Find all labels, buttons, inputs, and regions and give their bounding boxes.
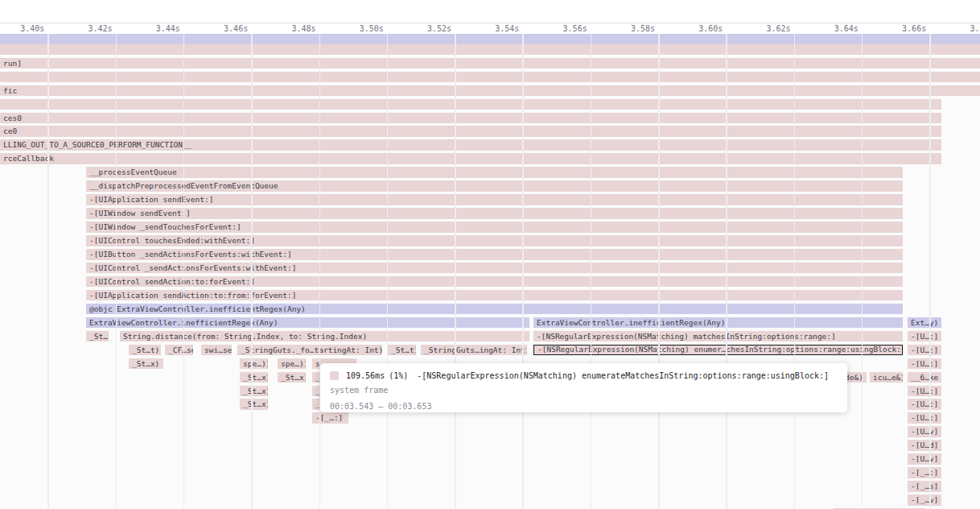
- flame-frame[interactable]: -[_…s]: [908, 481, 941, 492]
- flame-frame[interactable]: -[U…:]: [908, 331, 941, 342]
- flame-frame[interactable]: rceCallback: [0, 153, 941, 164]
- tooltip-percent: (1%): [389, 371, 408, 380]
- gridline: [862, 34, 863, 509]
- flame-frame[interactable]: [0, 72, 980, 83]
- gridline: [522, 34, 524, 509]
- flame-frame[interactable]: -[_…v]: [908, 495, 941, 506]
- flame-frame[interactable]: -[U…:]: [908, 412, 941, 424]
- frame-tooltip: 109.56ms (1%) -[NSRegularExpression(NSMa…: [320, 363, 847, 412]
- flame-frame[interactable]: -[UIButton _sendActionsForEvents:withEve…: [86, 249, 903, 260]
- gridline: [455, 34, 456, 509]
- flame-frame[interactable]: _StringGuts…ingAt: Int): [421, 345, 527, 356]
- flame-frame[interactable]: _St…t): [86, 331, 109, 342]
- flame-frame[interactable]: spe…)): [278, 358, 306, 370]
- flame-frame[interactable]: __processEventQueue: [86, 167, 903, 178]
- gridline: [929, 34, 931, 509]
- gridline: [794, 34, 796, 509]
- flame-frame[interactable]: [0, 44, 980, 56]
- flame-frame[interactable]: _St…x): [240, 372, 268, 383]
- flame-frame[interactable]: _St…t): [129, 345, 161, 356]
- flame-frame[interactable]: __6…ke: [908, 372, 941, 383]
- gridline: [319, 34, 321, 509]
- flame-frame[interactable]: Ext…y): [908, 317, 941, 329]
- tick-label: 3.66s: [902, 24, 926, 33]
- flame-frame[interactable]: _St…x): [240, 399, 268, 410]
- flame-frame[interactable]: [0, 34, 980, 44]
- flame-frame[interactable]: -[U…:]: [908, 386, 941, 397]
- tick-label: 3.40s: [20, 24, 44, 33]
- tooltip-time-range: 00:03.543 — 00:03.653: [330, 402, 838, 414]
- tick-label: 3.62s: [766, 24, 790, 33]
- tick-label: 3.44s: [156, 24, 180, 33]
- tick-label: 3.60s: [698, 24, 723, 33]
- tick-label: 3.42s: [88, 24, 112, 33]
- flame-frame[interactable]: -[UIControl _sendActionsForEvents:withEv…: [86, 263, 903, 274]
- flame-frame[interactable]: -[UIApplication sendAction:to:from:forEv…: [86, 290, 903, 301]
- tick-label: 3.54s: [495, 24, 519, 33]
- tooltip-function-name: -[NSRegularExpression(NSMatching) enumer…: [417, 371, 829, 380]
- flame-frame[interactable]: -[UIApplication sendEvent:]: [86, 194, 903, 205]
- flame-frame[interactable]: @objc ExtraViewController.inefficientReg…: [86, 304, 903, 315]
- flame-frame[interactable]: ExtraViewController.inefficientRegex(Any…: [533, 317, 903, 329]
- tooltip-duration: 109.56ms: [346, 371, 385, 380]
- tooltip-main-line: 109.56ms (1%) -[NSRegularExpression(NSMa…: [330, 370, 838, 382]
- flame-frame[interactable]: spe…)): [240, 358, 268, 370]
- flame-frame[interactable]: -[U…v]: [908, 453, 941, 465]
- category-color-swatch: [330, 371, 339, 380]
- flame-frame[interactable]: _St…x): [278, 372, 306, 383]
- flame-frame[interactable]: _CF…se: [165, 345, 193, 356]
- flame-frame[interactable]: fic: [0, 85, 980, 97]
- gridline: [726, 34, 727, 509]
- flame-chart: run]ficces0ce0LLING_OUT_TO_A_SOURCE0_PER…: [0, 0, 980, 509]
- flame-frame[interactable]: -[_…:]: [908, 467, 941, 478]
- flame-frame[interactable]: -[_…:]: [312, 412, 348, 424]
- flame-frame[interactable]: String.distance(from: String.Index, to: …: [120, 331, 529, 342]
- flame-frame[interactable]: -[UIControl sendAction:to:forEvent:]: [86, 276, 903, 288]
- flame-frame[interactable]: -[U…:]: [908, 345, 941, 356]
- tick-label: 3.50s: [360, 24, 384, 33]
- gridline: [591, 34, 592, 509]
- timeline-ruler[interactable]: 3.40s3.42s3.44s3.46s3.48s3.50s3.52s3.54s…: [0, 0, 980, 34]
- gridline: [116, 34, 117, 509]
- tick-label: 3.58s: [631, 24, 655, 33]
- tick-label: 3.56s: [563, 24, 587, 33]
- flame-frame[interactable]: icu…e&): [870, 372, 903, 383]
- flame-frame[interactable]: [0, 99, 941, 110]
- gridline: [387, 34, 389, 509]
- flame-frame[interactable]: __dispatchPreprocessedEventFromEventQueu…: [86, 180, 903, 192]
- flame-frame[interactable]: LLING_OUT_TO_A_SOURCE0_PERFORM_FUNCTION_…: [0, 139, 941, 151]
- tick-label: 3.46s: [224, 24, 248, 33]
- gridline: [658, 34, 660, 509]
- flame-frame[interactable]: _St…x): [129, 358, 163, 370]
- flame-frame[interactable]: -[UIControl touchesEnded:withEvent:]: [86, 235, 903, 246]
- flame-frame[interactable]: run]: [0, 58, 980, 69]
- flame-frame[interactable]: ce0: [0, 126, 941, 137]
- gridline: [47, 34, 49, 509]
- flame-frame[interactable]: -[U…:]: [908, 399, 941, 410]
- tick-label: 3.48s: [291, 24, 315, 33]
- selected-frame[interactable]: -[NSRegularExpression(NSMatching) enumer…: [533, 345, 903, 356]
- flame-frame[interactable]: -[U…:]: [908, 358, 941, 370]
- ruler-divider: [0, 23, 980, 23]
- flame-frame[interactable]: -[U…d]: [908, 440, 941, 451]
- flame-frame[interactable]: -[UIWindow sendEvent:]: [86, 208, 903, 219]
- flame-frame[interactable]: _St…t): [388, 345, 416, 356]
- flame-frame[interactable]: -[NSRegularExpression(NSMatching) matche…: [533, 331, 903, 342]
- tick-label: 3.52s: [427, 24, 451, 33]
- flame-frame[interactable]: swi…se: [201, 345, 232, 356]
- flame-frame[interactable]: _St…x): [240, 386, 268, 397]
- tooltip-category: system frame: [330, 386, 838, 398]
- flame-frame[interactable]: -[U…v]: [908, 426, 941, 437]
- gridline: [183, 34, 185, 509]
- flame-frame[interactable]: ExtraViewController.inefficientRegex(Any…: [86, 317, 529, 329]
- flame-frame[interactable]: -[UIWindow _sendTouchesForEvent:]: [86, 221, 903, 233]
- tick-label: 3.64s: [834, 24, 859, 33]
- flame-frame[interactable]: _StringGuts._fo…tartingAt: Int): [237, 345, 382, 356]
- tick-label: 3.68s: [970, 24, 980, 33]
- gridline: [251, 34, 253, 509]
- flame-frame[interactable]: ces0: [0, 113, 941, 124]
